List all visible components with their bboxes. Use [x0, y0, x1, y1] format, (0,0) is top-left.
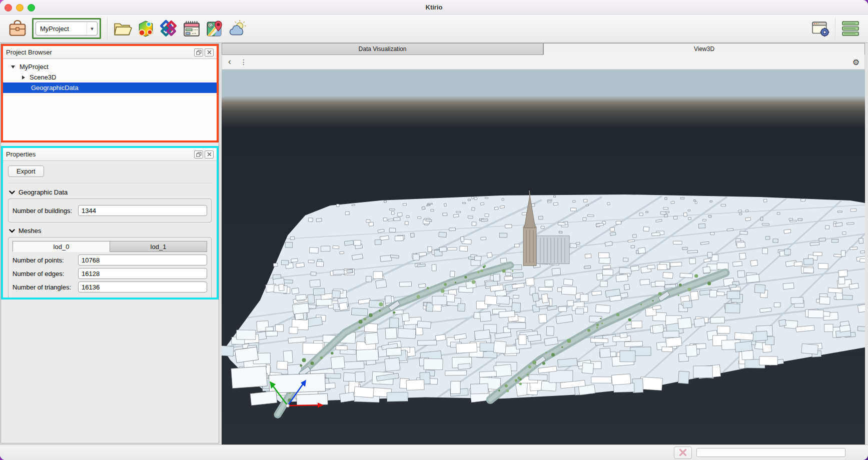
dock-frame: Project Browser MyProject [1, 44, 219, 444]
zoom-window-button[interactable] [28, 4, 35, 12]
tree-item-label: Scene3D [30, 74, 56, 81]
project-browser-title: Project Browser [6, 48, 193, 56]
tree-item-scene3d[interactable]: Scene3D [3, 72, 217, 82]
toolbox-icon [8, 19, 27, 38]
section-meshes[interactable]: Meshes [9, 227, 212, 234]
main-menu-button[interactable] [839, 17, 862, 40]
divider [8, 183, 212, 184]
section-collapse-chevron-icon[interactable] [9, 190, 15, 194]
properties-header: Properties [3, 148, 217, 161]
data-visualization-button[interactable] [134, 17, 157, 40]
dock-empty-area [1, 300, 219, 443]
minimize-window-button[interactable] [16, 4, 24, 12]
schedule-calendar-icon [182, 19, 201, 38]
properties-title: Properties [6, 150, 193, 158]
float-panel-button[interactable] [194, 48, 203, 56]
project-browser-header: Project Browser [3, 46, 217, 59]
geographic-data-groupbox: Number of buildings: [8, 198, 212, 222]
view-settings-gear-icon[interactable]: ⚙ [852, 58, 859, 67]
ktirio-tool-button[interactable] [157, 17, 180, 40]
main-area: Project Browser MyProject [0, 43, 868, 444]
render-settings-button[interactable] [809, 17, 832, 40]
status-bar [0, 444, 868, 460]
app-window: Ktirio MyProject ▾ [0, 0, 868, 460]
field-row: Number of edges: [13, 268, 207, 279]
weather-button[interactable] [226, 17, 249, 40]
kebab-menu-icon[interactable]: ⋮ [240, 58, 247, 66]
view3d-canvas[interactable] [222, 70, 865, 444]
properties-body: Export Geographic Data Number of buildin… [3, 161, 217, 298]
project-tree: MyProject Scene3D GeographicData [3, 59, 217, 140]
city-3d-scene[interactable] [222, 70, 865, 444]
meshes-groupbox: lod_0 lod_1 Number of points: Number of … [8, 237, 212, 298]
close-window-button[interactable] [5, 4, 12, 12]
progress-bar [696, 448, 845, 457]
project-selector-value: MyProject [36, 25, 87, 32]
field-label: Number of triangles: [13, 284, 78, 291]
cancel-x-icon [679, 449, 687, 456]
back-chevron-icon[interactable]: ‹ [228, 57, 231, 66]
tab-lod-1[interactable]: lod_1 [110, 241, 207, 252]
map-button[interactable]: G [203, 17, 226, 40]
schedule-button[interactable] [180, 17, 203, 40]
toolbar-separator [107, 18, 108, 40]
toolbar-separator [835, 18, 836, 40]
float-panel-button[interactable] [194, 150, 203, 158]
field-label: Number of buildings: [13, 207, 78, 214]
title-bar: Ktirio [0, 0, 868, 14]
toolbox-button[interactable] [6, 17, 29, 40]
tab-data-visualization[interactable]: Data Visualization [222, 43, 543, 55]
tree-item-label: GeographicData [31, 84, 79, 92]
close-panel-button[interactable] [205, 48, 214, 56]
cancel-task-button[interactable] [674, 446, 692, 459]
main-toolbar: MyProject ▾ [0, 14, 868, 43]
view3d-toolbar: ‹ ⋮ ⚙ [222, 55, 865, 70]
tree-item-geographicdata[interactable]: GeographicData [3, 82, 217, 93]
section-geographic-data[interactable]: Geographic Data [9, 188, 212, 196]
close-panel-button[interactable] [205, 150, 214, 158]
field-row: Number of buildings: [13, 205, 207, 216]
expanded-arrow-icon[interactable] [11, 66, 15, 68]
render-window-settings-icon [811, 19, 830, 38]
section-label: Meshes [19, 227, 42, 234]
collapsed-arrow-icon[interactable] [22, 76, 25, 80]
svg-text:G: G [209, 23, 212, 28]
ktirio-logo-diamonds-icon [159, 19, 178, 38]
export-button[interactable]: Export [8, 166, 44, 177]
field-row: Number of triangles: [13, 282, 207, 292]
number-of-triangles-field[interactable] [78, 282, 207, 292]
open-folder-icon [113, 19, 132, 38]
tab-view3d[interactable]: View3D [543, 43, 865, 55]
tree-item-myproject[interactable]: MyProject [3, 62, 217, 72]
number-of-buildings-field[interactable] [78, 205, 207, 216]
project-selector-combobox[interactable]: MyProject ▾ [36, 22, 98, 36]
weather-icon [228, 19, 247, 38]
field-label: Number of points: [13, 256, 78, 264]
left-dock-column: Project Browser MyProject [0, 43, 222, 444]
field-row: Number of points: [13, 254, 207, 266]
lod-tab-bar: lod_0 lod_1 [13, 241, 207, 252]
open-project-button[interactable] [111, 17, 134, 40]
project-selector-highlight: MyProject ▾ [32, 18, 101, 39]
project-browser-panel: Project Browser MyProject [1, 44, 219, 142]
number-of-edges-field[interactable] [78, 268, 207, 279]
view-tab-bar: Data Visualization View3D [222, 43, 865, 55]
viewport-column: Data Visualization View3D ‹ ⋮ ⚙ [222, 43, 868, 444]
section-collapse-chevron-icon[interactable] [9, 229, 15, 233]
tab-lod-0[interactable]: lod_0 [13, 241, 110, 252]
menu-bars-icon [840, 19, 860, 38]
simulation-result-icon [136, 19, 155, 38]
geographic-map-icon: G [205, 19, 224, 38]
properties-panel: Properties Export Geographic [1, 146, 219, 300]
combobox-dropdown-arrow-icon[interactable]: ▾ [87, 22, 97, 35]
window-title: Ktirio [426, 4, 443, 11]
window-controls [5, 4, 35, 12]
number-of-points-field[interactable] [78, 254, 207, 266]
tree-item-label: MyProject [20, 63, 49, 70]
field-label: Number of edges: [13, 270, 78, 278]
section-label: Geographic Data [19, 188, 68, 196]
